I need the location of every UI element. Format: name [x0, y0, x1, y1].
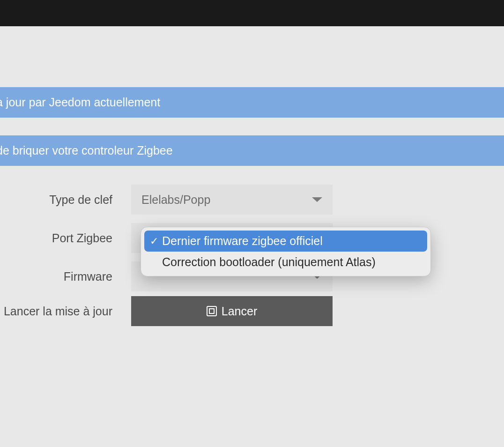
launch-button-text: Lancer [222, 305, 257, 318]
content-area: a jour par Jeedom actuellement de brique… [0, 26, 504, 326]
firmware-label: Firmware [0, 270, 131, 283]
info-banner-2: de briquer votre controleur Zigbee [0, 135, 504, 166]
dropdown-option-selected[interactable]: ✓ Dernier firmware zigbee officiel [144, 231, 427, 252]
port-label: Port Zigbee [0, 231, 131, 245]
option-text: Dernier firmware zigbee officiel [162, 234, 422, 248]
checkmark-icon: ✓ [150, 235, 162, 247]
form-row-key-type: Type de clef Elelabs/Popp [0, 185, 504, 215]
option-text: Correction bootloader (uniquement Atlas) [162, 255, 422, 269]
form-area: Type de clef Elelabs/Popp Port Zigbee At… [0, 166, 504, 326]
launch-icon [207, 306, 217, 316]
banner-2-text: de briquer votre controleur Zigbee [0, 144, 173, 157]
form-row-launch: Lancer la mise à jour Lancer [0, 296, 504, 326]
top-bar [0, 0, 504, 26]
launch-label: Lancer la mise à jour [0, 305, 131, 318]
dropdown-option[interactable]: Correction bootloader (uniquement Atlas) [144, 252, 427, 273]
key-type-select[interactable]: Elelabs/Popp [131, 185, 333, 215]
chevron-down-icon [312, 197, 322, 202]
launch-button[interactable]: Lancer [131, 296, 333, 326]
info-banner-1: a jour par Jeedom actuellement [0, 87, 504, 118]
banner-gap [0, 118, 504, 135]
key-type-value: Elelabs/Popp [141, 193, 210, 207]
banner-1-text: a jour par Jeedom actuellement [0, 96, 160, 109]
key-type-label: Type de clef [0, 193, 131, 207]
firmware-dropdown-popup: ✓ Dernier firmware zigbee officiel Corre… [141, 227, 431, 276]
